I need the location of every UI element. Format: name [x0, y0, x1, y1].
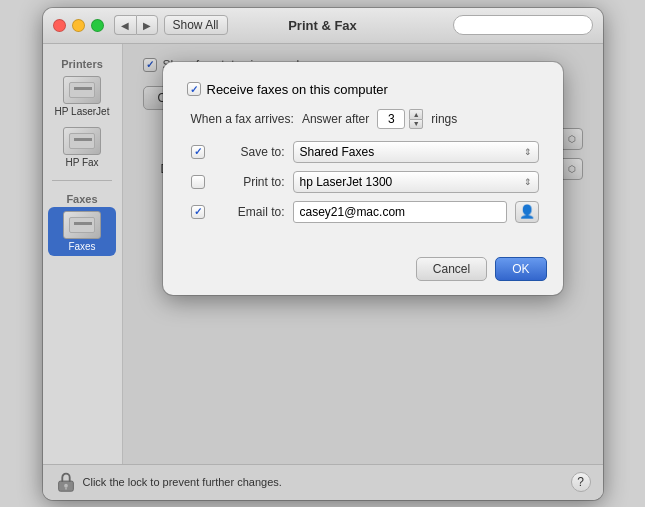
save-to-row: Save to: Shared Faxes ⇕: [191, 141, 539, 163]
email-to-row: Email to: 👤: [191, 201, 539, 223]
search-input[interactable]: [453, 15, 593, 35]
stepper-up-button[interactable]: ▲: [409, 109, 423, 119]
print-to-value: hp LaserJet 1300: [300, 175, 393, 189]
cancel-button[interactable]: Cancel: [416, 257, 487, 281]
dialog-overlay: Receive faxes on this computer When a fa…: [123, 44, 603, 464]
rings-label: rings: [431, 112, 457, 126]
sidebar-item-printer1[interactable]: HP LaserJet: [48, 72, 116, 121]
print-to-checkbox[interactable]: [191, 175, 205, 189]
sidebar-item-label: HP Fax: [65, 157, 98, 168]
receive-faxes-row: Receive faxes on this computer: [187, 82, 539, 97]
chevron-icon: ⇕: [524, 177, 532, 187]
receive-faxes-label: Receive faxes on this computer: [207, 82, 388, 97]
printers-section-label: Printers: [61, 58, 103, 70]
main-panel: Show fax status in menu bar Open Fax Que…: [123, 44, 603, 464]
save-to-select[interactable]: Shared Faxes ⇕: [293, 141, 539, 163]
dialog: Receive faxes on this computer When a fa…: [163, 62, 563, 295]
sidebar-item-label: Faxes: [68, 241, 95, 252]
answer-after-label: Answer after: [302, 112, 369, 126]
faxes-section-label: Faxes: [66, 193, 97, 205]
window-title: Print & Fax: [288, 18, 357, 33]
answer-after-row: When a fax arrives: Answer after 3 ▲ ▼ r…: [187, 109, 539, 129]
answer-value: 3: [377, 109, 405, 129]
title-bar: ◀ ▶ Show All Print & Fax: [43, 8, 603, 44]
close-button[interactable]: [53, 19, 66, 32]
print-to-select[interactable]: hp LaserJet 1300 ⇕: [293, 171, 539, 193]
print-to-label: Print to:: [213, 175, 285, 189]
receive-faxes-checkbox[interactable]: [187, 82, 201, 96]
traffic-lights: [53, 19, 104, 32]
sidebar-item-label: HP LaserJet: [55, 106, 110, 117]
sidebar-divider: [52, 180, 112, 181]
bottom-bar: Click the lock to prevent further change…: [43, 464, 603, 500]
answer-stepper: 3 ▲ ▼: [377, 109, 423, 129]
minimize-button[interactable]: [72, 19, 85, 32]
svg-point-1: [64, 484, 68, 488]
when-fax-arrives-label: When a fax arrives:: [191, 112, 294, 126]
sidebar-item-printer2[interactable]: HP Fax: [48, 123, 116, 172]
lock-text: Click the lock to prevent further change…: [83, 476, 282, 488]
stepper-buttons: ▲ ▼: [409, 109, 423, 129]
help-button[interactable]: ?: [571, 472, 591, 492]
dialog-content: Receive faxes on this computer When a fa…: [163, 62, 563, 247]
sidebar: Printers HP LaserJet HP Fax Fa: [43, 44, 123, 464]
option-rows: Save to: Shared Faxes ⇕ Print to:: [191, 141, 539, 223]
stepper-down-button[interactable]: ▼: [409, 119, 423, 129]
show-all-button[interactable]: Show All: [164, 15, 228, 35]
email-to-checkbox[interactable]: [191, 205, 205, 219]
content-area: Printers HP LaserJet HP Fax Fa: [43, 44, 603, 464]
nav-buttons: ◀ ▶: [114, 15, 158, 35]
save-to-label: Save to:: [213, 145, 285, 159]
save-to-value: Shared Faxes: [300, 145, 375, 159]
chevron-icon: ⇕: [524, 147, 532, 157]
save-to-checkbox[interactable]: [191, 145, 205, 159]
lock-button[interactable]: Click the lock to prevent further change…: [55, 470, 282, 494]
zoom-button[interactable]: [91, 19, 104, 32]
print-to-row: Print to: hp LaserJet 1300 ⇕: [191, 171, 539, 193]
sidebar-item-faxes[interactable]: Faxes: [48, 207, 116, 256]
email-to-label: Email to:: [213, 205, 285, 219]
contact-picker-button[interactable]: 👤: [515, 201, 539, 223]
forward-button[interactable]: ▶: [136, 15, 158, 35]
dialog-buttons: Cancel OK: [163, 247, 563, 295]
main-window: ◀ ▶ Show All Print & Fax Printers HP Las…: [43, 8, 603, 500]
ok-button[interactable]: OK: [495, 257, 546, 281]
email-input[interactable]: [293, 201, 507, 223]
lock-icon: [55, 470, 77, 494]
back-button[interactable]: ◀: [114, 15, 136, 35]
email-input-row: 👤: [293, 201, 539, 223]
